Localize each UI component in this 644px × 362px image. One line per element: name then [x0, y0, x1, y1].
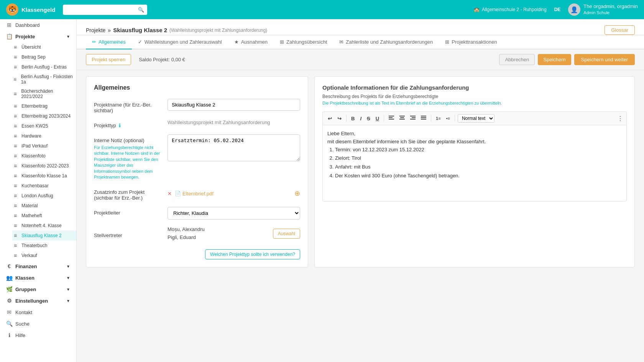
sidebar-item-essen-kw25[interactable]: ≡Essen KW25	[12, 121, 76, 131]
tab-projekttransaktionen[interactable]: ⊞ Projekttransaktionen	[439, 35, 503, 49]
tab-allgemeines[interactable]: ✏ Allgemeines	[86, 35, 132, 49]
sidebar-item-kontakt[interactable]: ✉ Kontakt	[0, 306, 76, 318]
logo: 🐯 Klassengeld	[6, 3, 55, 16]
rte-more-button[interactable]: ⋮	[617, 115, 623, 122]
sidebar-item-projekte[interactable]: 📋 Projekte ▼	[0, 31, 76, 42]
panel-left-title: Allgemeines	[94, 84, 300, 91]
chevron-right-icon: ▼	[66, 287, 70, 292]
sidebar-item-dashboard[interactable]: ⊞ Dashboard	[0, 19, 76, 31]
sidebar-item-theaterbuch[interactable]: ≡Theaterbuch	[12, 241, 76, 251]
list-icon: ≡	[12, 173, 18, 179]
sidebar-item-elternbeitrag-2023[interactable]: ≡Elternbeitrag 2023/2024	[12, 111, 76, 121]
panels: Allgemeines Projektname (für Erz.-Ber. s…	[77, 70, 644, 274]
list-item: Anfahrt: mit Bus	[335, 163, 622, 171]
toolbar-separator	[384, 115, 384, 122]
user-menu[interactable]: 👤 The orgadmin, orgadmin Admin Schule	[568, 3, 638, 16]
search-icon: 🔍	[138, 7, 144, 13]
tab-zahlungsuebersicht[interactable]: ⊞ Zahlungsübersicht	[274, 35, 333, 49]
sidebar-item-hilfe[interactable]: ℹ Hilfe	[0, 329, 76, 341]
lang-selector[interactable]: DE	[554, 7, 561, 12]
sidebar-item-beitrag-sep[interactable]: ≡Beitrag Sep	[12, 52, 76, 62]
sidebar-item-material[interactable]: ≡Material	[12, 201, 76, 211]
zusatzinfo-label: Zusatzinfo zum Projekt (sichtbar für Erz…	[94, 186, 163, 201]
projektyp-hint-button[interactable]: Welchen Projekttyp sollte ich verwenden?	[205, 249, 300, 259]
sidebar-item-kuchenbasar[interactable]: ≡Kuchenbasar	[12, 181, 76, 191]
auswahl-button[interactable]: Auswahl	[273, 229, 300, 239]
rte-content[interactable]: Liebe Eltern, mit diesem Elternbrief inf…	[322, 125, 627, 201]
svg-rect-9	[412, 117, 416, 118]
chevron-right-icon: ▼	[66, 299, 70, 303]
interne-notiz-textarea[interactable]: Ersatztermin: 05.02.2024	[168, 134, 300, 161]
tab-zahlerliste[interactable]: ✉ Zahlerliste und Zahlungsanforderungen	[333, 35, 439, 49]
sidebar-item-klassen[interactable]: 👥 Klassen ▼	[0, 272, 76, 283]
sidebar-item-buecherschaeden[interactable]: ≡Bücherschäden 2021/2022	[12, 87, 76, 101]
speichern-button[interactable]: Speichern	[538, 54, 571, 65]
search-input[interactable]	[63, 5, 147, 15]
tab-zahlungsuebersicht-icon: ⊞	[280, 39, 284, 45]
list-icon: ≡	[12, 223, 18, 229]
projektname-input[interactable]	[168, 99, 300, 111]
italic-button[interactable]: I	[358, 115, 363, 123]
redo-button[interactable]: ↪	[335, 115, 343, 123]
stellvertreter-label: Stellvertreter	[94, 229, 163, 238]
sidebar-item-ipad-verkauf[interactable]: ≡iPad Verkauf	[12, 141, 76, 151]
sidebar-item-suche[interactable]: 🔍 Suche	[0, 318, 76, 329]
abbrechen-button[interactable]: Abbrechen	[499, 54, 535, 65]
ordered-list-button[interactable]: 1≡	[434, 115, 443, 122]
sidebar: ⊞ Dashboard 📋 Projekte ▼ ≡Übersicht ≡Bei…	[0, 19, 77, 362]
user-info: The orgadmin, orgadmin Admin Schule	[583, 3, 638, 15]
sidebar-item-klassenfoto-klasse1a[interactable]: ≡Klassenfoto Klasse 1a	[12, 171, 76, 181]
list-icon: ≡	[12, 183, 18, 189]
strikethrough-button[interactable]: S	[365, 115, 372, 123]
list-icon: ≡	[12, 44, 18, 50]
align-right-button[interactable]	[408, 115, 417, 123]
tab-zahlerliste-icon: ✉	[339, 39, 343, 45]
tab-ausnahmen[interactable]: ★ Ausnahmen	[228, 35, 274, 49]
sidebar-item-hardware[interactable]: ≡Hardware	[12, 131, 76, 141]
sidebar-item-verkauf[interactable]: ≡Verkauf	[12, 251, 76, 260]
align-left-button[interactable]	[387, 115, 396, 123]
justify-button[interactable]	[419, 115, 428, 123]
rte-list: Termin: von 12.12.2023 zum 15.12.2022 Zi…	[327, 146, 622, 180]
sidebar-item-notenheft[interactable]: ≡Notenheft 4. Klasse	[12, 221, 76, 231]
projekttyp-label: Projekttyp ℹ	[94, 120, 163, 128]
sidebar-item-finanzen[interactable]: € Finanzen ▼	[0, 260, 76, 272]
panel-optionale-info: Optionale Informationen für die Zahlungs…	[314, 76, 635, 267]
remove-file-button[interactable]: ✕	[168, 191, 172, 197]
sidebar-item-berlin-fixkosten[interactable]: ≡Berlin Ausflug - Fixkosten 1a	[12, 72, 76, 87]
style-select[interactable]: Normal text	[458, 114, 495, 123]
underline-button[interactable]: U	[374, 115, 381, 123]
undo-button[interactable]: ↩	[326, 115, 334, 123]
sidebar-item-skiausflug[interactable]: ≡Skiausflug Klasse 2	[12, 231, 76, 241]
toolbar-separator	[455, 115, 455, 122]
glossar-button[interactable]: Glossar	[605, 25, 635, 35]
sidebar-item-einstellungen[interactable]: ⚙ Einstellungen ▼	[0, 295, 76, 306]
sidebar-label-dashboard: Dashboard	[15, 22, 40, 28]
tab-wahlleistungen[interactable]: ✓ Wahlleistungen und Zahlerauswahl	[132, 35, 228, 49]
sidebar-item-london-ausflug[interactable]: ≡London Ausflug	[12, 191, 76, 201]
unordered-list-button[interactable]: •≡	[444, 115, 452, 122]
interne-notiz-control: Ersatztermin: 05.02.2024	[168, 134, 300, 162]
action-bar: Projekt sperren Saldo Projekt: 0,00 € Ab…	[77, 49, 644, 70]
rte-body: mit diesem Elternbrief informiere ich Si…	[327, 138, 622, 146]
content: Projekte » Skiausflug Klasse 2 (Wahlleis…	[77, 19, 644, 362]
sidebar-item-klassenfoto-2022[interactable]: ≡Klassenfoto 2022-2023	[12, 161, 76, 171]
breadcrumb-projects[interactable]: Projekte	[86, 27, 105, 33]
sidebar-item-klassenfoto[interactable]: ≡Klassenfoto	[12, 151, 76, 161]
sidebar-item-uebersicht[interactable]: ≡Übersicht	[12, 42, 76, 52]
sidebar-item-elternbeitrag[interactable]: ≡Elternbeitrag	[12, 101, 76, 111]
list-icon: ≡	[12, 103, 18, 109]
panel-allgemeines: Allgemeines Projektname (für Erz.-Ber. s…	[86, 76, 308, 267]
add-file-button[interactable]: ⊕	[294, 189, 300, 198]
sidebar-item-gruppen[interactable]: 🌿 Gruppen ▼	[0, 283, 76, 295]
align-center-button[interactable]	[398, 115, 407, 123]
tabs: ✏ Allgemeines ✓ Wahlleistungen und Zahle…	[77, 35, 644, 49]
sidebar-item-berlin-extras[interactable]: ≡Berlin Ausflug - Extras	[12, 62, 76, 72]
projektleiter-select[interactable]: Richter, Klaudia	[168, 207, 300, 219]
sidebar-item-matheheft[interactable]: ≡Matheheft	[12, 211, 76, 221]
bold-button[interactable]: B	[349, 115, 356, 123]
form-row-projektname: Projektname (für Erz.-Ber. sichtbar)	[94, 99, 300, 113]
speichern-weiter-button[interactable]: Speichern und weiter	[574, 54, 635, 65]
projekt-sperren-button[interactable]: Projekt sperren	[86, 54, 131, 65]
zusatzinfo-file: 📄 Elternbrief.pdf	[175, 191, 214, 197]
